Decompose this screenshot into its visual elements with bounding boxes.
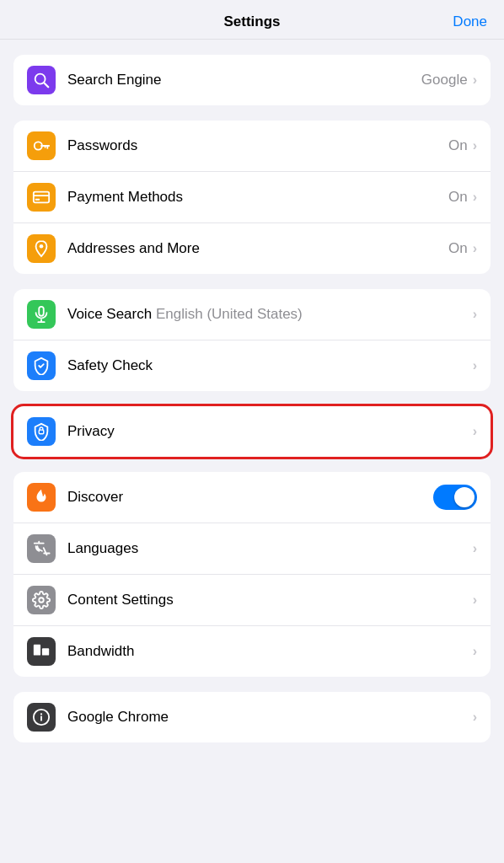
bandwidth-chevron: › xyxy=(473,644,477,659)
languages-label: Languages xyxy=(67,540,473,557)
done-button[interactable]: Done xyxy=(453,13,487,30)
row-addresses[interactable]: Addresses and MoreOn› xyxy=(13,223,491,274)
page-title: Settings xyxy=(223,13,280,30)
addresses-label: Addresses and More xyxy=(67,240,448,257)
content-settings-label: Content Settings xyxy=(67,592,473,608)
row-languages[interactable]: Languages› xyxy=(13,523,491,575)
row-google-chrome[interactable]: Google Chrome› xyxy=(13,692,491,742)
payment-methods-value: On xyxy=(448,189,468,206)
passwords-label: Passwords xyxy=(67,137,448,154)
svg-rect-6 xyxy=(34,192,49,203)
row-bandwidth[interactable]: Bandwidth› xyxy=(13,626,491,677)
section-google-chrome: Google Chrome› xyxy=(13,692,491,742)
info-icon xyxy=(27,703,56,732)
search-icon xyxy=(27,66,56,94)
svg-rect-10 xyxy=(39,307,44,316)
safety-check-chevron: › xyxy=(473,358,477,373)
card-icon xyxy=(27,183,56,212)
gear-icon xyxy=(27,586,56,614)
addresses-value: On xyxy=(448,240,468,257)
section-autofill: PasswordsOn›Payment MethodsOn›Addresses … xyxy=(13,121,491,274)
payment-methods-label: Payment Methods xyxy=(67,189,448,206)
passwords-value: On xyxy=(448,137,468,154)
privacy-chevron: › xyxy=(473,424,477,439)
row-payment-methods[interactable]: Payment MethodsOn› xyxy=(13,172,491,223)
search-engine-chevron: › xyxy=(473,72,477,88)
languages-chevron: › xyxy=(473,541,477,556)
row-safety-check[interactable]: Safety Check› xyxy=(13,340,491,391)
search-engine-value: Google xyxy=(421,72,468,88)
key-icon xyxy=(27,131,56,160)
row-search-engine[interactable]: Search EngineGoogle› xyxy=(13,55,491,105)
bandwidth-icon xyxy=(27,637,56,666)
svg-rect-13 xyxy=(39,430,44,434)
shield-check-icon xyxy=(27,351,56,380)
settings-content: Search EngineGoogle›PasswordsOn›Payment … xyxy=(0,40,504,758)
settings-screen: Settings Done Search EngineGoogle›Passwo… xyxy=(0,0,504,863)
mic-icon xyxy=(27,300,56,329)
voice-search-label: Voice Search English (United States) xyxy=(67,306,473,323)
addresses-chevron: › xyxy=(473,241,477,256)
svg-point-14 xyxy=(39,598,44,603)
section-discover-languages: DiscoverLanguages›Content Settings›Bandw… xyxy=(13,472,491,677)
row-voice-search[interactable]: Voice Search English (United States)› xyxy=(13,289,491,340)
passwords-chevron: › xyxy=(473,138,477,153)
row-content-settings[interactable]: Content Settings› xyxy=(13,575,491,626)
row-passwords[interactable]: PasswordsOn› xyxy=(13,121,491,172)
row-discover[interactable]: Discover xyxy=(13,472,491,523)
shield-lock-icon xyxy=(27,417,56,446)
payment-methods-chevron: › xyxy=(473,190,477,205)
translate-icon xyxy=(27,534,56,563)
safety-check-label: Safety Check xyxy=(67,357,473,374)
google-chrome-chevron: › xyxy=(473,710,477,725)
privacy-label: Privacy xyxy=(67,423,473,440)
svg-line-1 xyxy=(44,83,48,87)
header: Settings Done xyxy=(0,0,504,40)
bandwidth-label: Bandwidth xyxy=(67,643,473,660)
section-privacy-section: Privacy› xyxy=(13,406,491,457)
row-privacy[interactable]: Privacy› xyxy=(13,406,491,457)
svg-rect-15 xyxy=(34,645,40,656)
content-settings-chevron: › xyxy=(473,592,477,608)
flame-icon xyxy=(27,483,56,512)
section-tools: Voice Search English (United States)›Saf… xyxy=(13,289,491,391)
discover-toggle[interactable] xyxy=(433,485,477,510)
google-chrome-label: Google Chrome xyxy=(67,709,473,726)
svg-rect-16 xyxy=(42,648,49,655)
voice-search-secondary: English (United States) xyxy=(152,306,303,322)
section-search-engine: Search EngineGoogle› xyxy=(13,55,491,105)
svg-point-9 xyxy=(40,244,44,249)
search-engine-label: Search Engine xyxy=(67,72,421,88)
voice-search-chevron: › xyxy=(473,307,477,322)
location-icon xyxy=(27,234,56,263)
discover-label: Discover xyxy=(67,489,433,506)
